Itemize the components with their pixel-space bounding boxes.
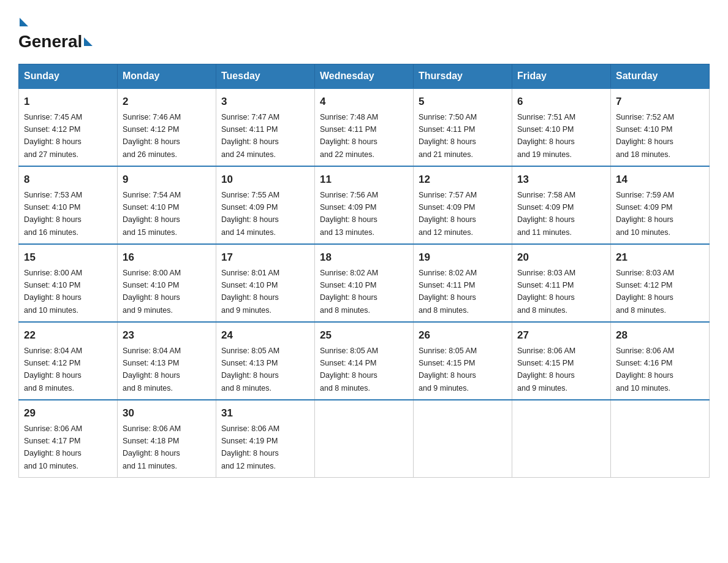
day-number: 25: [320, 327, 408, 343]
day-number: 19: [419, 250, 507, 266]
week-row-4: 22 Sunrise: 8:04 AMSunset: 4:12 PMDaylig…: [19, 322, 710, 400]
day-info: Sunrise: 8:04 AMSunset: 4:12 PMDaylight:…: [24, 347, 82, 393]
day-number: 21: [616, 250, 704, 266]
calendar-cell: 3 Sunrise: 7:47 AMSunset: 4:11 PMDayligh…: [216, 88, 315, 166]
day-number: 31: [221, 405, 309, 421]
day-info: Sunrise: 7:53 AMSunset: 4:10 PMDaylight:…: [24, 191, 82, 237]
day-number: 26: [419, 327, 507, 343]
day-number: 8: [24, 172, 112, 188]
calendar-cell: 31 Sunrise: 8:06 AMSunset: 4:19 PMDaylig…: [216, 400, 315, 478]
calendar-cell: 18 Sunrise: 8:02 AMSunset: 4:10 PMDaylig…: [315, 244, 414, 322]
day-info: Sunrise: 7:57 AMSunset: 4:09 PMDaylight:…: [419, 191, 477, 237]
day-info: Sunrise: 8:01 AMSunset: 4:10 PMDaylight:…: [221, 269, 279, 315]
calendar-cell: 29 Sunrise: 8:06 AMSunset: 4:17 PMDaylig…: [19, 400, 118, 478]
day-info: Sunrise: 7:54 AMSunset: 4:10 PMDaylight:…: [123, 191, 181, 237]
day-info: Sunrise: 7:58 AMSunset: 4:09 PMDaylight:…: [517, 191, 575, 237]
week-row-3: 15 Sunrise: 8:00 AMSunset: 4:10 PMDaylig…: [19, 244, 710, 322]
calendar-cell: 12 Sunrise: 7:57 AMSunset: 4:09 PMDaylig…: [414, 166, 512, 244]
header-row: SundayMondayTuesdayWednesdayThursdayFrid…: [19, 64, 710, 89]
day-info: Sunrise: 8:06 AMSunset: 4:17 PMDaylight:…: [24, 424, 82, 470]
col-header-saturday: Saturday: [611, 64, 710, 89]
day-number: 9: [123, 172, 211, 188]
calendar-cell: 15 Sunrise: 8:00 AMSunset: 4:10 PMDaylig…: [19, 244, 118, 322]
day-number: 1: [24, 94, 112, 110]
day-number: 4: [320, 94, 408, 110]
day-number: 15: [24, 250, 112, 266]
calendar-cell: 9 Sunrise: 7:54 AMSunset: 4:10 PMDayligh…: [118, 166, 216, 244]
calendar-cell: [315, 400, 414, 478]
day-number: 22: [24, 327, 112, 343]
logo-text: [18, 12, 94, 32]
logo-arrow-icon: [20, 18, 28, 26]
day-info: Sunrise: 7:45 AMSunset: 4:12 PMDaylight:…: [24, 113, 82, 159]
day-info: Sunrise: 8:06 AMSunset: 4:16 PMDaylight:…: [616, 347, 674, 393]
day-info: Sunrise: 8:06 AMSunset: 4:19 PMDaylight:…: [221, 424, 279, 470]
calendar-cell: 28 Sunrise: 8:06 AMSunset: 4:16 PMDaylig…: [611, 322, 710, 400]
day-info: Sunrise: 8:00 AMSunset: 4:10 PMDaylight:…: [123, 269, 181, 315]
calendar-cell: 21 Sunrise: 8:03 AMSunset: 4:12 PMDaylig…: [611, 244, 710, 322]
day-info: Sunrise: 8:03 AMSunset: 4:12 PMDaylight:…: [616, 269, 674, 315]
day-number: 2: [123, 94, 211, 110]
col-header-sunday: Sunday: [19, 64, 118, 89]
col-header-wednesday: Wednesday: [315, 64, 414, 89]
calendar-cell: 25 Sunrise: 8:05 AMSunset: 4:14 PMDaylig…: [315, 322, 414, 400]
day-info: Sunrise: 7:56 AMSunset: 4:09 PMDaylight:…: [320, 191, 378, 237]
day-number: 14: [616, 172, 704, 188]
calendar-cell: [611, 400, 710, 478]
calendar-cell: 24 Sunrise: 8:05 AMSunset: 4:13 PMDaylig…: [216, 322, 315, 400]
page-header: General: [18, 12, 710, 52]
col-header-tuesday: Tuesday: [216, 64, 315, 89]
day-info: Sunrise: 7:51 AMSunset: 4:10 PMDaylight:…: [517, 113, 575, 159]
day-number: 27: [517, 327, 605, 343]
calendar-cell: 16 Sunrise: 8:00 AMSunset: 4:10 PMDaylig…: [118, 244, 216, 322]
day-info: Sunrise: 7:47 AMSunset: 4:11 PMDaylight:…: [221, 113, 279, 159]
week-row-5: 29 Sunrise: 8:06 AMSunset: 4:17 PMDaylig…: [19, 400, 710, 478]
day-info: Sunrise: 8:06 AMSunset: 4:18 PMDaylight:…: [123, 424, 181, 470]
day-number: 24: [221, 327, 309, 343]
calendar-cell: [414, 400, 512, 478]
logo-general-part2: General: [18, 32, 82, 52]
calendar-cell: 1 Sunrise: 7:45 AMSunset: 4:12 PMDayligh…: [19, 88, 118, 166]
day-number: 28: [616, 327, 704, 343]
day-number: 6: [517, 94, 605, 110]
col-header-friday: Friday: [512, 64, 611, 89]
calendar-cell: 10 Sunrise: 7:55 AMSunset: 4:09 PMDaylig…: [216, 166, 315, 244]
calendar-cell: 23 Sunrise: 8:04 AMSunset: 4:13 PMDaylig…: [118, 322, 216, 400]
calendar-cell: 13 Sunrise: 7:58 AMSunset: 4:09 PMDaylig…: [512, 166, 611, 244]
day-number: 13: [517, 172, 605, 188]
day-number: 7: [616, 94, 704, 110]
day-number: 17: [221, 250, 309, 266]
day-number: 5: [419, 94, 507, 110]
calendar-cell: 4 Sunrise: 7:48 AMSunset: 4:11 PMDayligh…: [315, 88, 414, 166]
day-number: 11: [320, 172, 408, 188]
calendar-cell: 6 Sunrise: 7:51 AMSunset: 4:10 PMDayligh…: [512, 88, 611, 166]
day-number: 23: [123, 327, 211, 343]
day-info: Sunrise: 7:59 AMSunset: 4:09 PMDaylight:…: [616, 191, 674, 237]
day-info: Sunrise: 8:02 AMSunset: 4:10 PMDaylight:…: [320, 269, 378, 315]
day-number: 3: [221, 94, 309, 110]
day-number: 18: [320, 250, 408, 266]
day-info: Sunrise: 8:05 AMSunset: 4:14 PMDaylight:…: [320, 347, 378, 393]
day-info: Sunrise: 7:50 AMSunset: 4:11 PMDaylight:…: [419, 113, 477, 159]
calendar-cell: [512, 400, 611, 478]
calendar-cell: 2 Sunrise: 7:46 AMSunset: 4:12 PMDayligh…: [118, 88, 216, 166]
day-number: 10: [221, 172, 309, 188]
calendar-cell: 11 Sunrise: 7:56 AMSunset: 4:09 PMDaylig…: [315, 166, 414, 244]
calendar-cell: 5 Sunrise: 7:50 AMSunset: 4:11 PMDayligh…: [414, 88, 512, 166]
day-info: Sunrise: 8:04 AMSunset: 4:13 PMDaylight:…: [123, 347, 181, 393]
week-row-2: 8 Sunrise: 7:53 AMSunset: 4:10 PMDayligh…: [19, 166, 710, 244]
calendar-cell: 30 Sunrise: 8:06 AMSunset: 4:18 PMDaylig…: [118, 400, 216, 478]
calendar-cell: 8 Sunrise: 7:53 AMSunset: 4:10 PMDayligh…: [19, 166, 118, 244]
calendar-table: SundayMondayTuesdayWednesdayThursdayFrid…: [18, 64, 710, 478]
col-header-thursday: Thursday: [414, 64, 512, 89]
day-info: Sunrise: 7:48 AMSunset: 4:11 PMDaylight:…: [320, 113, 378, 159]
day-number: 20: [517, 250, 605, 266]
week-row-1: 1 Sunrise: 7:45 AMSunset: 4:12 PMDayligh…: [19, 88, 710, 166]
calendar-cell: 17 Sunrise: 8:01 AMSunset: 4:10 PMDaylig…: [216, 244, 315, 322]
day-info: Sunrise: 8:06 AMSunset: 4:15 PMDaylight:…: [517, 347, 575, 393]
calendar-cell: 22 Sunrise: 8:04 AMSunset: 4:12 PMDaylig…: [19, 322, 118, 400]
day-number: 12: [419, 172, 507, 188]
day-number: 30: [123, 405, 211, 421]
day-number: 29: [24, 405, 112, 421]
day-info: Sunrise: 7:52 AMSunset: 4:10 PMDaylight:…: [616, 113, 674, 159]
